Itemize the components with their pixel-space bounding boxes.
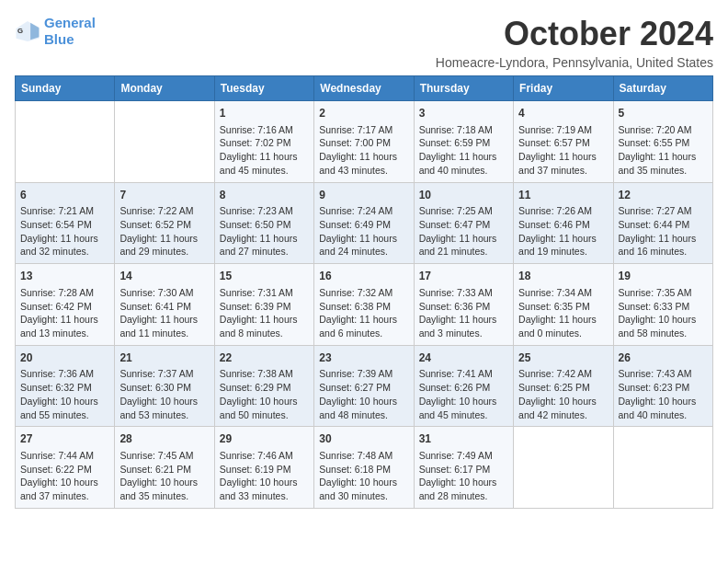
sunrise-text: Sunrise: 7:33 AM	[419, 287, 493, 298]
week-row-1: 1Sunrise: 7:16 AMSunset: 7:02 PMDaylight…	[16, 101, 713, 183]
calendar-cell: 31Sunrise: 7:49 AMSunset: 6:17 PMDayligh…	[414, 427, 513, 509]
daylight-text: Daylight: 10 hours and 48 minutes.	[319, 396, 397, 420]
location-title: Homeacre-Lyndora, Pennsylvania, United S…	[436, 55, 713, 70]
day-number: 11	[518, 188, 608, 203]
sunset-text: Sunset: 6:50 PM	[220, 219, 291, 230]
logo-icon: G	[15, 18, 40, 44]
day-number: 29	[220, 431, 309, 447]
sunset-text: Sunset: 6:59 PM	[419, 137, 491, 148]
daylight-text: Daylight: 11 hours and 6 minutes.	[319, 314, 397, 339]
calendar-cell: 30Sunrise: 7:48 AMSunset: 6:18 PMDayligh…	[314, 427, 414, 509]
calendar-cell: 11Sunrise: 7:26 AMSunset: 6:46 PMDayligh…	[514, 182, 613, 264]
daylight-text: Daylight: 11 hours and 35 minutes.	[619, 151, 697, 176]
sunrise-text: Sunrise: 7:39 AM	[319, 368, 392, 379]
sunset-text: Sunset: 6:23 PM	[619, 382, 690, 393]
header-row: SundayMondayTuesdayWednesdayThursdayFrid…	[16, 76, 713, 101]
calendar-cell: 7Sunrise: 7:22 AMSunset: 6:52 PMDaylight…	[115, 182, 214, 264]
sunrise-text: Sunrise: 7:25 AM	[419, 205, 493, 216]
daylight-text: Daylight: 11 hours and 24 minutes.	[319, 233, 397, 258]
sunrise-text: Sunrise: 7:22 AM	[119, 205, 193, 216]
week-row-2: 6Sunrise: 7:21 AMSunset: 6:54 PMDaylight…	[16, 182, 713, 264]
calendar-cell: 23Sunrise: 7:39 AMSunset: 6:27 PMDayligh…	[314, 345, 414, 427]
sunset-text: Sunset: 6:47 PM	[419, 219, 491, 230]
daylight-text: Daylight: 11 hours and 45 minutes.	[220, 151, 298, 176]
sunrise-text: Sunrise: 7:28 AM	[20, 287, 94, 298]
sunset-text: Sunset: 6:38 PM	[319, 301, 391, 312]
logo: G General Blue	[15, 15, 96, 48]
logo-blue: Blue	[44, 31, 74, 47]
sunrise-text: Sunrise: 7:44 AM	[20, 450, 94, 461]
calendar-cell: 3Sunrise: 7:18 AMSunset: 6:59 PMDaylight…	[414, 101, 513, 183]
sunrise-text: Sunrise: 7:23 AM	[220, 205, 293, 216]
sunset-text: Sunset: 6:44 PM	[619, 219, 690, 230]
title-block: October 2024 Homeacre-Lyndora, Pennsylva…	[436, 15, 713, 70]
calendar-cell: 25Sunrise: 7:42 AMSunset: 6:25 PMDayligh…	[514, 345, 613, 427]
sunset-text: Sunset: 6:21 PM	[119, 464, 191, 475]
sunrise-text: Sunrise: 7:45 AM	[119, 450, 193, 461]
calendar-cell: 9Sunrise: 7:24 AMSunset: 6:49 PMDaylight…	[314, 182, 414, 264]
day-number: 17	[419, 269, 508, 284]
day-number: 28	[119, 431, 209, 447]
calendar-cell: 20Sunrise: 7:36 AMSunset: 6:32 PMDayligh…	[16, 345, 115, 427]
sunset-text: Sunset: 6:57 PM	[518, 137, 590, 148]
daylight-text: Daylight: 10 hours and 35 minutes.	[119, 477, 198, 501]
sunset-text: Sunset: 6:30 PM	[119, 382, 191, 393]
sunrise-text: Sunrise: 7:21 AM	[20, 205, 94, 216]
daylight-text: Daylight: 11 hours and 27 minutes.	[220, 233, 298, 258]
calendar-cell: 14Sunrise: 7:30 AMSunset: 6:41 PMDayligh…	[115, 264, 214, 346]
day-header-wednesday: Wednesday	[314, 76, 414, 101]
daylight-text: Daylight: 10 hours and 42 minutes.	[518, 396, 597, 420]
day-number: 23	[319, 350, 408, 366]
day-number: 19	[619, 269, 708, 284]
day-header-thursday: Thursday	[414, 76, 513, 101]
daylight-text: Daylight: 10 hours and 58 minutes.	[619, 314, 697, 339]
calendar-cell	[613, 427, 712, 509]
sunrise-text: Sunrise: 7:20 AM	[619, 124, 692, 135]
day-number: 14	[119, 269, 209, 284]
sunrise-text: Sunrise: 7:16 AM	[220, 124, 293, 135]
sunrise-text: Sunrise: 7:27 AM	[619, 205, 692, 216]
day-number: 31	[419, 431, 508, 447]
daylight-text: Daylight: 11 hours and 11 minutes.	[119, 314, 198, 339]
calendar-cell: 2Sunrise: 7:17 AMSunset: 7:00 PMDaylight…	[314, 101, 414, 183]
daylight-text: Daylight: 11 hours and 40 minutes.	[419, 151, 497, 176]
calendar-cell: 13Sunrise: 7:28 AMSunset: 6:42 PMDayligh…	[16, 264, 115, 346]
daylight-text: Daylight: 10 hours and 45 minutes.	[419, 396, 497, 420]
sunrise-text: Sunrise: 7:24 AM	[319, 205, 392, 216]
calendar-cell: 12Sunrise: 7:27 AMSunset: 6:44 PMDayligh…	[613, 182, 712, 264]
svg-text:G: G	[17, 27, 23, 35]
day-header-friday: Friday	[514, 76, 613, 101]
calendar-cell	[514, 427, 613, 509]
day-number: 15	[220, 269, 309, 284]
day-number: 27	[20, 431, 109, 447]
day-number: 12	[619, 188, 708, 203]
day-number: 9	[319, 188, 408, 203]
week-row-3: 13Sunrise: 7:28 AMSunset: 6:42 PMDayligh…	[16, 264, 713, 346]
daylight-text: Daylight: 11 hours and 8 minutes.	[220, 314, 298, 339]
sunrise-text: Sunrise: 7:26 AM	[518, 205, 592, 216]
sunset-text: Sunset: 6:29 PM	[220, 382, 291, 393]
sunset-text: Sunset: 6:27 PM	[319, 382, 391, 393]
sunset-text: Sunset: 6:33 PM	[619, 301, 690, 312]
sunset-text: Sunset: 7:00 PM	[319, 137, 391, 148]
sunrise-text: Sunrise: 7:30 AM	[119, 287, 193, 298]
sunset-text: Sunset: 6:36 PM	[419, 301, 491, 312]
calendar-cell: 10Sunrise: 7:25 AMSunset: 6:47 PMDayligh…	[414, 182, 513, 264]
day-number: 24	[419, 350, 508, 366]
day-header-monday: Monday	[115, 76, 214, 101]
calendar-cell: 22Sunrise: 7:38 AMSunset: 6:29 PMDayligh…	[214, 345, 313, 427]
daylight-text: Daylight: 11 hours and 29 minutes.	[119, 233, 198, 258]
daylight-text: Daylight: 11 hours and 37 minutes.	[518, 151, 597, 176]
day-number: 16	[319, 269, 408, 284]
logo-general: General	[44, 15, 96, 30]
day-number: 26	[619, 350, 708, 366]
sunset-text: Sunset: 6:19 PM	[220, 464, 291, 475]
sunset-text: Sunset: 6:41 PM	[119, 301, 191, 312]
week-row-4: 20Sunrise: 7:36 AMSunset: 6:32 PMDayligh…	[16, 345, 713, 427]
day-header-sunday: Sunday	[16, 76, 115, 101]
daylight-text: Daylight: 11 hours and 0 minutes.	[518, 314, 597, 339]
sunrise-text: Sunrise: 7:37 AM	[119, 368, 193, 379]
calendar-cell: 4Sunrise: 7:19 AMSunset: 6:57 PMDaylight…	[514, 101, 613, 183]
day-number: 30	[319, 431, 408, 447]
sunrise-text: Sunrise: 7:48 AM	[319, 450, 392, 461]
